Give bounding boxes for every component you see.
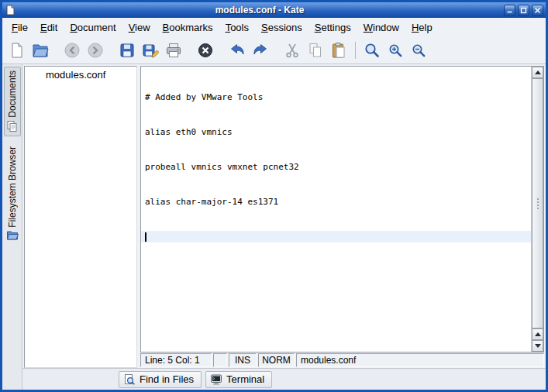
titlebar[interactable]: modules.conf - Kate <box>2 2 546 18</box>
close-document-button[interactable] <box>195 40 216 61</box>
zoom-in-button[interactable] <box>384 40 406 61</box>
cut-button[interactable] <box>281 40 303 61</box>
arrow-up-icon <box>535 332 541 336</box>
new-document-icon <box>9 42 26 59</box>
menu-help[interactable]: Help <box>406 20 438 35</box>
sidebar-tab-label: Filesystem Browser <box>7 146 18 228</box>
clipboard-icon <box>330 42 347 59</box>
arrow-up-icon <box>535 70 541 74</box>
paste-button[interactable] <box>328 40 350 61</box>
scrollbar-track[interactable] <box>532 78 543 328</box>
scrollbar-thumb[interactable] <box>532 78 543 328</box>
printer-icon <box>165 42 182 59</box>
minimize-button[interactable] <box>504 5 515 16</box>
save-as-button[interactable] <box>140 40 161 61</box>
main-area: Documents Filesystem Browser modules.con… <box>2 64 546 390</box>
menu-sessions[interactable]: Sessions <box>256 20 308 35</box>
editor-line: alias eth0 vmnics <box>145 126 531 138</box>
maximize-button[interactable] <box>518 5 529 16</box>
folder-icon <box>6 229 19 242</box>
toolbar <box>2 37 546 64</box>
editor-column: # Added by VMware Tools alias eth0 vmnic… <box>140 66 544 368</box>
bottom-tool-tabs: Find in Files Terminal <box>22 368 546 390</box>
status-selection-mode: NORM <box>258 353 295 367</box>
status-insert-mode: INS <box>229 353 257 367</box>
scroll-up-button-bottom[interactable] <box>532 328 543 340</box>
window-controls <box>504 5 543 16</box>
status-modified-indicator <box>213 353 227 367</box>
menu-file[interactable]: File <box>6 20 33 35</box>
tab-label: Terminal <box>226 373 264 385</box>
forward-button[interactable] <box>84 40 106 61</box>
copy-pages-icon <box>307 42 324 59</box>
kate-window: modules.conf - Kate File Edit Document V… <box>0 0 548 392</box>
menu-document[interactable]: Document <box>64 20 121 35</box>
status-filename: modules.conf <box>296 353 544 367</box>
sidebar-tab-filesystem-browser[interactable]: Filesystem Browser <box>4 143 21 246</box>
document-list-item[interactable]: modules.conf <box>25 67 136 83</box>
redo-button[interactable] <box>250 40 271 61</box>
find-in-files-icon <box>123 373 136 386</box>
menubar: File Edit Document View Bookmarks Tools … <box>2 18 546 37</box>
editor-frame: # Added by VMware Tools alias eth0 vmnic… <box>140 66 544 352</box>
open-folder-icon <box>32 42 49 59</box>
open-button[interactable] <box>29 40 51 61</box>
scroll-down-button[interactable] <box>532 340 543 352</box>
content-row: modules.conf # Added by VMware Tools ali… <box>22 64 546 368</box>
magnifier-icon <box>364 42 381 59</box>
menu-window[interactable]: Window <box>358 20 405 35</box>
copy-button[interactable] <box>305 40 326 61</box>
menu-tools[interactable]: Tools <box>220 20 254 35</box>
kate-app-icon <box>5 5 16 15</box>
close-button[interactable] <box>532 5 543 16</box>
menu-edit[interactable]: Edit <box>35 20 63 35</box>
statusbar: Line: 5 Col: 1 INS NORM modules.conf <box>140 352 544 368</box>
menu-settings[interactable]: Settings <box>309 20 357 35</box>
vertical-scrollbar[interactable] <box>531 67 543 352</box>
tab-label: Find in Files <box>140 373 194 385</box>
undo-arrow-icon <box>229 42 246 59</box>
save-floppy-icon <box>119 42 136 59</box>
print-button[interactable] <box>163 40 184 61</box>
editor-line: probeall vmnics vmxnet pcnet32 <box>145 161 531 173</box>
text-editor[interactable]: # Added by VMware Tools alias eth0 vmnic… <box>141 67 531 352</box>
tool-view-sidebar: Documents Filesystem Browser <box>2 64 22 390</box>
scroll-up-button[interactable] <box>532 67 543 78</box>
document-list: modules.conf <box>24 66 137 368</box>
sidebar-tab-documents[interactable]: Documents <box>4 67 21 136</box>
text-cursor <box>145 232 146 242</box>
magnifier-plus-icon <box>387 42 404 59</box>
editor-line: alias char-major-14 es1371 <box>145 196 531 208</box>
tab-find-in-files[interactable]: Find in Files <box>119 371 202 388</box>
forward-arrow-icon <box>87 42 104 59</box>
menu-view[interactable]: View <box>123 20 156 35</box>
editor-line: # Added by VMware Tools <box>145 91 531 103</box>
toolbar-separator <box>355 42 356 59</box>
magnifier-minus-icon <box>410 42 427 59</box>
arrow-down-icon <box>535 344 541 348</box>
status-line-col: Line: 5 Col: 1 <box>140 353 212 367</box>
save-as-floppy-pencil-icon <box>142 42 159 59</box>
sidebar-tab-label: Documents <box>7 70 18 118</box>
documents-icon <box>6 120 19 132</box>
zoom-out-button[interactable] <box>408 40 429 61</box>
undo-button[interactable] <box>226 40 248 61</box>
save-button[interactable] <box>116 40 138 61</box>
find-button[interactable] <box>361 40 383 61</box>
content-column: modules.conf # Added by VMware Tools ali… <box>22 64 546 390</box>
window-title: modules.conf - Kate <box>19 5 501 15</box>
tab-terminal[interactable]: Terminal <box>205 371 272 388</box>
menu-bookmarks[interactable]: Bookmarks <box>157 20 219 35</box>
terminal-icon <box>210 373 222 386</box>
redo-arrow-icon <box>252 42 269 59</box>
back-arrow-icon <box>64 42 81 59</box>
back-button[interactable] <box>61 40 83 61</box>
scissors-icon <box>284 42 301 59</box>
close-circle-icon <box>197 42 214 59</box>
new-document-button[interactable] <box>6 40 28 61</box>
editor-current-line <box>141 231 531 242</box>
